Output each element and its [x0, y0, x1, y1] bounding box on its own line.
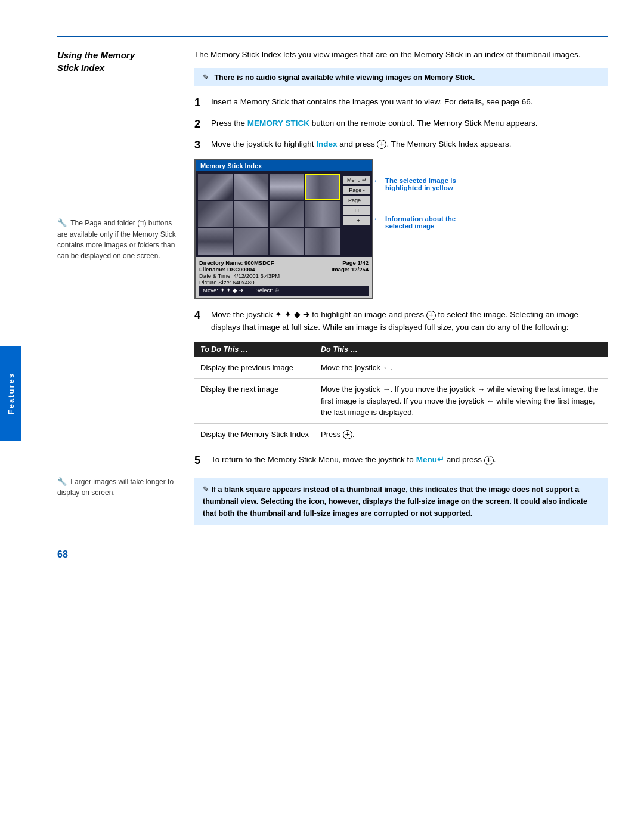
- ms-thumb-6: [234, 201, 268, 227]
- left-note-1: 🔧 The Page and folder (□) buttons are av…: [57, 217, 177, 261]
- note-box-audio: ✎ There is no audio signal available whi…: [194, 68, 608, 86]
- step-5-num: 5: [194, 454, 205, 467]
- ms-btn-folder-plus: □+: [343, 216, 370, 225]
- step-3-num: 3: [194, 138, 205, 152]
- note-audio-text: There is no audio signal available while…: [214, 73, 475, 82]
- step-3: 3 Move the joystick to highlight Index a…: [194, 138, 608, 152]
- ms-thumbnails: [198, 174, 340, 255]
- top-divider: [57, 36, 608, 37]
- ms-annotations: The selected image is highlighted in yel…: [385, 159, 469, 299]
- ms-datetime: Date & Time: 4/12/2001 6:43PM: [199, 272, 369, 279]
- step-4-text: Move the joystick ✦ ✦ ◆ ➔ to highlight a…: [211, 309, 608, 333]
- ms-thumb-3: [270, 174, 304, 200]
- ms-thumb-10: [234, 228, 268, 255]
- table-row-3: Display the Memory Stick Index Press +.: [194, 423, 608, 445]
- sidebar-tab: Features: [0, 346, 21, 441]
- circle-plus-1: +: [377, 140, 386, 149]
- table-row-1-instruction: Move the joystick ←.: [315, 357, 608, 379]
- steps-list: 1 Insert a Memory Stick that contains th…: [194, 96, 608, 152]
- ms-image-label: Image: 12/254: [332, 266, 369, 272]
- intro-text: The Memory Stick Index lets you view ima…: [194, 49, 608, 61]
- ms-btn-page-plus: Page +: [343, 196, 370, 205]
- ms-move-select-bar: Move: ✦ ✦ ◆ ➔ Select: ⊕: [199, 286, 369, 296]
- circle-plus-2: +: [426, 311, 436, 320]
- ms-thumb-1: [198, 174, 233, 200]
- sidebar-label: Features: [7, 373, 16, 414]
- table-row-2-instruction: Move the joystick →. If you move the joy…: [315, 379, 608, 424]
- circle-plus-4: +: [484, 456, 494, 465]
- ms-thumb-7: [270, 201, 304, 227]
- ms-size: Picture Size: 640x480: [199, 279, 369, 286]
- note-icon-2: 🔧: [57, 477, 67, 486]
- step-2-num: 2: [194, 117, 205, 131]
- ms-thumb-2: [234, 174, 268, 200]
- ms-info-bar: Directory Name: 900MSDCF Page 1/42 Filen…: [196, 257, 372, 298]
- ms-select-label: Select: ⊕: [255, 287, 279, 293]
- left-note-2-text: Larger images will take longer to displa…: [57, 478, 174, 497]
- step-5: 5 To return to the Memory Stick Menu, mo…: [194, 454, 608, 467]
- ms-annotation-1: The selected image is highlighted in yel…: [385, 177, 469, 191]
- table-row-3-action: Display the Memory Stick Index: [194, 423, 315, 445]
- menu-cyan: Menu↵: [416, 455, 444, 464]
- table-col1-header: To Do This …: [194, 342, 315, 357]
- table-row-1: Display the previous image Move the joys…: [194, 357, 608, 379]
- step-4: 4 Move the joystick ✦ ✦ ◆ ➔ to highlight…: [194, 309, 608, 333]
- ms-move-label: Move: ✦ ✦ ◆ ➔: [203, 287, 243, 293]
- warning-icon: ✎: [203, 485, 211, 494]
- page-content: Using the Memory Stick Index 🔧 The Page …: [21, 0, 644, 596]
- ms-thumb-12: [305, 228, 340, 255]
- table-row-2: Display the next image Move the joystick…: [194, 379, 608, 424]
- ms-thumb-5: [198, 201, 233, 227]
- ms-screen: Memory Stick Index: [194, 159, 373, 299]
- step-1-text: Insert a Memory Stick that contains the …: [211, 96, 608, 108]
- left-column: Using the Memory Stick Index 🔧 The Page …: [57, 49, 177, 525]
- step-2-text: Press the MEMORY STICK button on the rem…: [211, 117, 608, 129]
- table-header-row: To Do This … Do This …: [194, 342, 608, 357]
- step-1: 1 Insert a Memory Stick that contains th…: [194, 96, 608, 110]
- ms-title-bar: Memory Stick Index: [196, 160, 372, 171]
- ms-grid-area: Menu ↵ Page - Page + □ □+: [196, 171, 372, 257]
- step-5-text: To return to the Memory Stick Menu, move…: [211, 454, 608, 466]
- step-1-num: 1: [194, 96, 205, 110]
- step-3-text: Move the joystick to highlight Index and…: [211, 138, 608, 150]
- step-4-num: 4: [194, 309, 205, 323]
- table-row-2-action: Display the next image: [194, 379, 315, 424]
- ms-info-row-1: Directory Name: 900MSDCF Page 1/42: [199, 259, 369, 266]
- warning-box: ✎ If a blank square appears instead of a…: [194, 478, 608, 525]
- ms-btn-menu: Menu ↵: [343, 176, 370, 184]
- memory-stick-screenshot: Memory Stick Index: [194, 159, 608, 299]
- ms-thumb-8: [305, 201, 340, 227]
- table-col2-header: Do This …: [315, 342, 608, 357]
- table-row-3-instruction: Press +.: [315, 423, 608, 445]
- ms-thumb-9: [198, 228, 233, 255]
- step-2: 2 Press the MEMORY STICK button on the r…: [194, 117, 608, 131]
- ms-btn-folder: □: [343, 206, 370, 215]
- ms-info-row-2: Filename: DSC00004 Image: 12/254: [199, 266, 369, 272]
- circle-plus-3: +: [343, 430, 352, 439]
- left-note-1-text: The Page and folder (□) buttons are avai…: [57, 219, 176, 260]
- memory-stick-cyan: MEMORY STICK: [247, 119, 309, 128]
- section-heading: Using the Memory Stick Index: [57, 49, 177, 74]
- left-note-2: 🔧 Larger images will take longer to disp…: [57, 476, 177, 498]
- page-number: 68: [57, 549, 608, 560]
- right-column: The Memory Stick Index lets you view ima…: [194, 49, 608, 525]
- ms-annotation-2: Information about the selected image: [385, 215, 469, 230]
- table-row-1-action: Display the previous image: [194, 357, 315, 379]
- main-layout: Using the Memory Stick Index 🔧 The Page …: [57, 49, 608, 525]
- note-icon-1: 🔧: [57, 218, 67, 227]
- note-icon-audio: ✎: [203, 73, 209, 82]
- ms-side-buttons: Menu ↵ Page - Page + □ □+: [342, 174, 372, 255]
- ms-dir-name: Directory Name: 900MSDCF: [199, 259, 274, 266]
- ms-filename: Filename: DSC00004: [199, 266, 255, 272]
- ms-btn-page-minus: Page -: [343, 186, 370, 194]
- ms-page-label: Page 1/42: [342, 259, 369, 266]
- index-cyan: Index: [316, 140, 337, 148]
- warning-text: If a blank square appears instead of a t…: [203, 485, 587, 518]
- steps-table: To Do This … Do This … Display the previ…: [194, 342, 608, 446]
- ms-thumb-4-highlighted: [305, 174, 340, 200]
- ms-thumb-11: [270, 228, 304, 255]
